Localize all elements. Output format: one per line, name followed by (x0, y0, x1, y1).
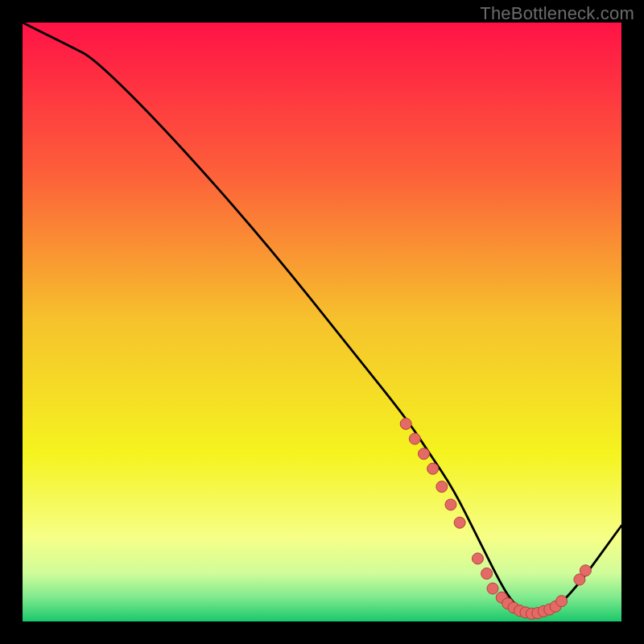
curve-marker (454, 517, 465, 528)
curve-marker (427, 463, 439, 474)
curve-marker (556, 596, 568, 607)
chart-svg (23, 23, 621, 621)
curve-marker (580, 565, 591, 576)
curve-marker (436, 481, 448, 493)
chart-frame: TheBottleneck.com (0, 0, 644, 644)
plot-area (23, 23, 621, 621)
curve-marker (481, 568, 493, 579)
curve-marker (472, 553, 483, 564)
curve-marker (418, 448, 429, 460)
curve-marker (445, 499, 456, 510)
curve-marker (487, 583, 498, 594)
gradient-background (23, 23, 621, 621)
curve-marker (409, 433, 420, 444)
curve-marker (400, 418, 411, 429)
watermark-label: TheBottleneck.com (480, 3, 634, 24)
